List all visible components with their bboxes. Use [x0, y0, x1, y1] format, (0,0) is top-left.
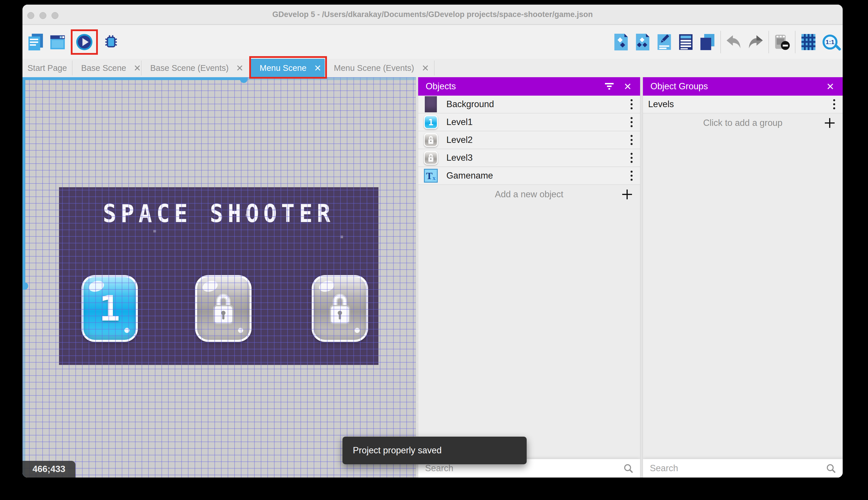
tab-menu-scene-events[interactable]: Menu Scene (Events)	[325, 59, 434, 77]
scene-background-rect[interactable]: SPACE SHOOTER 1	[59, 187, 378, 365]
close-panel-icon[interactable]	[623, 81, 633, 91]
toolbar-separator	[720, 31, 721, 53]
scene-editor-canvas[interactable]: SPACE SHOOTER 1	[22, 77, 416, 478]
objects-panel-header: Objects	[418, 77, 640, 95]
object-name: Level2	[446, 135, 472, 145]
button-gloss-dot	[238, 328, 243, 333]
project-manager-icon[interactable]	[27, 33, 44, 52]
minimize-window-button[interactable]	[39, 12, 46, 19]
debug-icon[interactable]	[103, 33, 120, 52]
close-tab-icon[interactable]	[422, 65, 429, 71]
redo-icon[interactable]	[747, 33, 764, 52]
objects-groups-panel-divider[interactable]	[640, 77, 643, 478]
level-2-locked-button-object[interactable]	[195, 275, 251, 342]
object-groups-panel-title: Object Groups	[650, 81, 817, 92]
object-name: Gamename	[446, 171, 493, 181]
object-groups-panel: Object Groups Levels Click to add a grou…	[643, 77, 843, 478]
groups-search-input[interactable]	[650, 463, 826, 474]
toolbar-right-group: 1:1	[612, 29, 838, 55]
plus-icon[interactable]	[825, 118, 835, 128]
group-name: Levels	[648, 99, 674, 110]
object-menu-kebab-icon[interactable]	[630, 134, 634, 146]
close-window-button[interactable]	[27, 12, 34, 19]
close-tab-icon[interactable]	[134, 65, 140, 71]
zoom-ratio-label: 1:1	[826, 38, 834, 46]
search-icon	[623, 463, 633, 473]
zoom-one-to-one-icon[interactable]: 1:1	[821, 33, 838, 52]
object-menu-kebab-icon[interactable]	[630, 170, 634, 182]
filter-icon[interactable]	[605, 81, 614, 91]
level-3-locked-button-object[interactable]	[312, 275, 368, 342]
gdevelop-window: GDevelop 5 - /Users/dkarakay/Documents/G…	[22, 4, 843, 478]
tab-base-scene-events[interactable]: Base Scene (Events)	[142, 59, 250, 77]
maximize-window-button[interactable]	[51, 12, 58, 19]
toggle-mask-icon[interactable]	[773, 33, 790, 52]
add-group-label: Click to add a group	[703, 118, 783, 128]
scrollbar-fill	[22, 77, 243, 80]
layers-icon[interactable]	[699, 33, 716, 52]
canvas-objects-panel-divider[interactable]	[416, 77, 418, 478]
button-gloss-dot	[124, 328, 129, 333]
thumbnail-digit: 1	[428, 117, 433, 127]
objects-search-input[interactable]	[425, 463, 623, 474]
text-icon-glyph: x	[433, 170, 436, 186]
toolbar-separator	[795, 31, 796, 53]
object-menu-kebab-icon[interactable]	[630, 152, 634, 164]
objects-panel: Objects Background 1 Level1	[418, 77, 640, 478]
level-1-button-object[interactable]: 1	[81, 275, 138, 342]
tab-label: Base Scene (Events)	[150, 64, 228, 73]
object-menu-kebab-icon[interactable]	[630, 98, 634, 111]
object-row-level1[interactable]: 1 Level1	[418, 113, 640, 131]
canvas-horizontal-scrollbar[interactable]	[22, 77, 416, 80]
tab-divider	[434, 60, 435, 76]
cursor-coordinates-badge: 466;433	[22, 461, 75, 478]
scrollbar-thumb[interactable]	[240, 77, 247, 83]
window-title: GDevelop 5 - /Users/dkarakay/Documents/G…	[22, 4, 843, 24]
group-menu-kebab-icon[interactable]	[832, 98, 836, 111]
preview-window-icon[interactable]	[49, 33, 66, 52]
instances-list-icon[interactable]	[677, 33, 694, 52]
object-row-level3[interactable]: Level3	[418, 149, 640, 167]
save-toast: Project properly saved	[342, 436, 527, 464]
object-menu-kebab-icon[interactable]	[630, 116, 634, 128]
object-groups-panel-header: Object Groups	[643, 77, 843, 95]
group-row-levels[interactable]: Levels	[643, 95, 843, 113]
scrollbar-thumb[interactable]	[22, 282, 28, 290]
undo-icon[interactable]	[725, 33, 742, 52]
locked-button-thumbnail	[423, 133, 438, 147]
object-groups-panel-icon[interactable]	[634, 33, 651, 52]
tab-label: Menu Scene (Events)	[334, 64, 414, 73]
toolbar-left-group	[27, 29, 120, 55]
title-bar: GDevelop 5 - /Users/dkarakay/Documents/G…	[22, 4, 843, 25]
scene-game-title[interactable]: SPACE SHOOTER	[59, 199, 378, 228]
close-tab-icon[interactable]	[315, 65, 321, 71]
editor-tab-bar: Start Page Base Scene Base Scene (Events…	[22, 59, 843, 77]
tab-base-scene[interactable]: Base Scene	[72, 59, 141, 77]
objects-panel-icon[interactable]	[612, 33, 630, 52]
object-row-level2[interactable]: Level2	[418, 131, 640, 149]
grid-icon[interactable]	[800, 33, 817, 52]
object-name: Level3	[446, 153, 472, 163]
toolbar-separator	[769, 31, 769, 53]
add-group-button[interactable]: Click to add a group	[643, 113, 843, 133]
main-toolbar: 1:1	[22, 25, 843, 59]
properties-icon[interactable]	[656, 33, 673, 52]
editor-content: SPACE SHOOTER 1	[22, 77, 843, 478]
plus-icon[interactable]	[622, 190, 632, 199]
tab-label: Menu Scene	[260, 64, 306, 73]
canvas-vertical-scrollbar[interactable]	[22, 77, 25, 478]
tab-menu-scene[interactable]: Menu Scene	[251, 59, 325, 77]
add-new-object-button[interactable]: Add a new object	[418, 185, 640, 204]
tab-start-page[interactable]: Start Page	[22, 59, 72, 77]
object-row-background[interactable]: Background	[418, 95, 640, 113]
scene-stars-decoration	[59, 187, 60, 189]
scrollbar-fill	[22, 77, 25, 285]
play-icon[interactable]	[76, 33, 93, 52]
level1-button-thumbnail: 1	[423, 115, 438, 129]
close-tab-icon[interactable]	[237, 65, 243, 71]
play-button-highlight-box	[71, 30, 98, 55]
toast-message: Project properly saved	[353, 445, 442, 456]
close-panel-icon[interactable]	[825, 81, 835, 91]
tab-label: Start Page	[27, 64, 67, 73]
object-row-gamename[interactable]: T x Gamename	[418, 167, 640, 185]
